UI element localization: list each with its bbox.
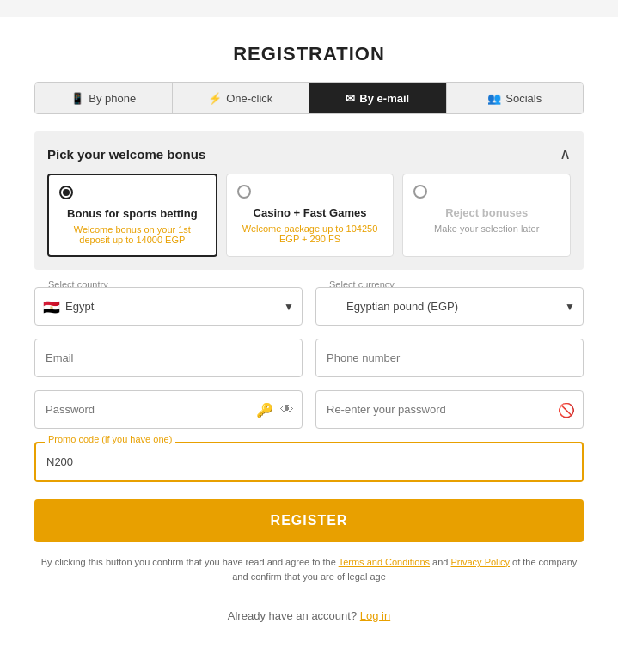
tab-one-click[interactable]: ⚡ One-click	[173, 83, 310, 113]
email-group	[34, 339, 303, 377]
login-link[interactable]: Log in	[360, 609, 390, 622]
phone-icon: 📱	[70, 92, 84, 105]
tab-phone-label: By phone	[89, 92, 136, 105]
country-currency-row: Select country 🇪🇬 Egypt ▼ Select currenc…	[34, 287, 584, 326]
tab-email[interactable]: ✉ By e-mail	[309, 83, 447, 113]
password-row: 🔑 👁 🚫	[34, 390, 584, 429]
bonus-casino-title: Casino + Fast Games	[237, 206, 383, 219]
promo-input[interactable]	[34, 442, 584, 482]
reenter-password-group: 🚫	[315, 390, 584, 429]
tab-socials[interactable]: 👥 Socials	[447, 83, 584, 113]
terms-text: By clicking this button you confirm that…	[34, 555, 584, 583]
email-phone-row	[34, 339, 584, 377]
tab-socials-label: Socials	[505, 92, 542, 105]
country-select[interactable]: Egypt	[34, 287, 303, 326]
bonus-options: Bonus for sports betting Welcome bonus o…	[47, 174, 571, 257]
currency-group: Select currency Egyptian pound (EGP) ▼	[315, 287, 584, 326]
bonus-sports-title: Bonus for sports betting	[59, 207, 205, 220]
password-icons: 🔑 👁	[256, 401, 294, 418]
email-icon: ✉	[346, 92, 355, 105]
bonus-radio-reject	[413, 185, 427, 199]
collapse-icon[interactable]: ∧	[560, 144, 571, 163]
country-select-wrapper: 🇪🇬 Egypt ▼	[34, 287, 303, 326]
login-prompt: Already have an account? Log in	[34, 609, 584, 622]
promo-label: Promo code (if you have one)	[45, 434, 175, 444]
bonus-card-sports[interactable]: Bonus for sports betting Welcome bonus o…	[47, 174, 217, 257]
terms-text-before: By clicking this button you confirm that…	[41, 557, 336, 567]
bonus-sports-desc: Welcome bonus on your 1st deposit up to …	[59, 224, 205, 245]
bonus-reject-title: Reject bonuses	[413, 206, 560, 219]
registration-tabs: 📱 By phone ⚡ One-click ✉ By e-mail 👥 Soc…	[34, 82, 584, 114]
bonus-casino-desc: Welcome package up to 104250 EGP + 290 F…	[237, 223, 383, 244]
tab-phone[interactable]: 📱 By phone	[35, 83, 173, 113]
country-flag: 🇪🇬	[43, 298, 60, 315]
currency-select-wrapper: Egyptian pound (EGP) ▼	[315, 287, 584, 326]
bonus-section: Pick your welcome bonus ∧ Bonus for spor…	[34, 131, 584, 270]
bonus-radio-sports	[59, 186, 73, 199]
email-input[interactable]	[34, 339, 303, 377]
country-group: Select country 🇪🇬 Egypt ▼	[34, 287, 303, 326]
bonus-header: Pick your welcome bonus ∧	[47, 144, 571, 163]
terms-text-middle: and	[432, 557, 448, 567]
eye-slash-icon[interactable]: 🚫	[558, 401, 575, 418]
bonus-radio-casino	[237, 185, 251, 199]
bonus-reject-desc: Make your selection later	[413, 223, 560, 234]
password-group: 🔑 👁	[34, 390, 303, 429]
tab-email-label: By e-mail	[359, 92, 409, 105]
bonus-card-reject[interactable]: Reject bonuses Make your selection later	[402, 174, 571, 257]
key-icon: 🔑	[256, 401, 273, 418]
phone-group	[315, 339, 584, 377]
reenter-password-input[interactable]	[315, 390, 584, 429]
terms-link[interactable]: Terms and Conditions	[339, 557, 430, 567]
phone-input[interactable]	[315, 339, 584, 377]
login-prompt-text: Already have an account?	[228, 609, 357, 622]
register-button[interactable]: REGISTER	[34, 499, 584, 542]
currency-select[interactable]: Egyptian pound (EGP)	[315, 287, 584, 326]
socials-icon: 👥	[487, 92, 501, 105]
eye-off-icon[interactable]: 👁	[280, 402, 294, 418]
promo-group: Promo code (if you have one)	[34, 442, 584, 482]
tab-one-click-label: One-click	[226, 92, 272, 105]
privacy-link[interactable]: Privacy Policy	[451, 557, 510, 567]
bonus-title: Pick your welcome bonus	[47, 147, 205, 162]
bonus-card-casino[interactable]: Casino + Fast Games Welcome package up t…	[226, 174, 395, 257]
lightning-icon: ⚡	[208, 92, 222, 105]
page-title: REGISTRATION	[34, 43, 584, 65]
